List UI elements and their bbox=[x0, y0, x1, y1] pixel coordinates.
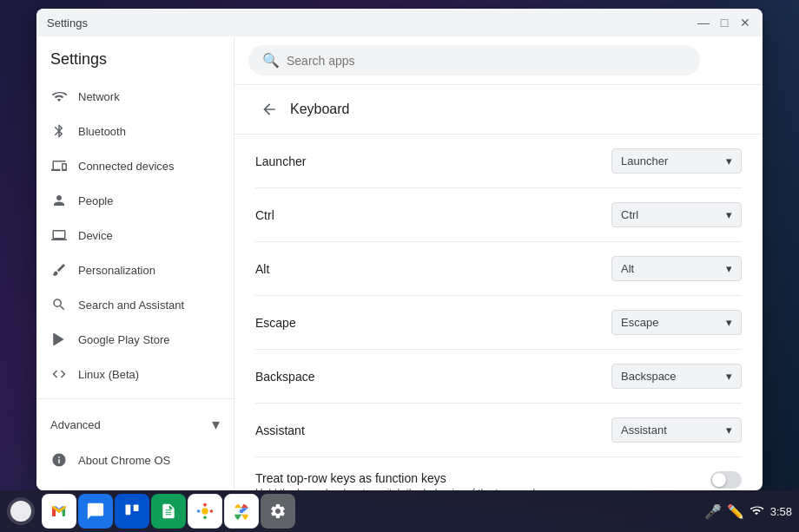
launcher-button[interactable] bbox=[7, 497, 35, 525]
settings-window: Settings — □ ✕ Settings Network Blu bbox=[36, 9, 763, 490]
sidebar-item-people[interactable]: People bbox=[36, 183, 227, 218]
backspace-chevron-icon: ▾ bbox=[726, 370, 732, 383]
taskbar-app-messages[interactable] bbox=[78, 494, 113, 529]
escape-label: Escape bbox=[255, 316, 296, 330]
alt-label: Alt bbox=[255, 262, 269, 276]
alt-chevron-icon: ▾ bbox=[726, 262, 732, 275]
close-button[interactable]: ✕ bbox=[738, 16, 752, 30]
sidebar-item-network[interactable]: Network bbox=[36, 79, 227, 114]
assistant-chevron-icon: ▾ bbox=[726, 424, 732, 437]
keyboard-settings: Launcher Launcher ▾ Ctrl Ctrl ▾ bbox=[234, 135, 763, 490]
taskbar-status-icons: 🎤 ✏️ bbox=[704, 503, 763, 520]
sidebar-item-search-assistant[interactable]: Search and Assistant bbox=[36, 287, 227, 322]
search-icon-inline: 🔍 bbox=[262, 52, 280, 69]
ctrl-label: Ctrl bbox=[255, 208, 274, 222]
person-icon bbox=[50, 192, 68, 209]
search-icon bbox=[50, 296, 68, 313]
taskbar-app-trello[interactable] bbox=[115, 494, 149, 529]
sidebar-item-linux[interactable]: Linux (Beta) bbox=[36, 357, 227, 391]
alt-dropdown[interactable]: Alt ▾ bbox=[611, 256, 742, 281]
back-button[interactable] bbox=[255, 95, 283, 123]
wifi-icon bbox=[50, 88, 68, 105]
sidebar-title: Settings bbox=[36, 43, 234, 79]
search-input[interactable] bbox=[287, 54, 686, 68]
main-content: 🔍 Keyboard Launcher Launcher ▾ bbox=[234, 36, 763, 490]
sidebar-item-about[interactable]: About Chrome OS bbox=[36, 443, 227, 477]
assistant-row: Assistant Assistant ▾ bbox=[255, 404, 742, 457]
escape-value: Escape bbox=[621, 316, 658, 329]
launcher-dropdown[interactable]: Launcher ▾ bbox=[611, 148, 742, 174]
mic-icon[interactable]: 🎤 bbox=[704, 503, 722, 520]
sidebar-item-device[interactable]: Device bbox=[36, 218, 227, 253]
sidebar-item-linux-label: Linux (Beta) bbox=[78, 368, 139, 381]
stylus-icon[interactable]: ✏️ bbox=[727, 503, 744, 520]
sidebar-item-personalization[interactable]: Personalization bbox=[36, 253, 227, 287]
search-area: 🔍 bbox=[234, 36, 763, 85]
taskbar-app-settings[interactable] bbox=[261, 494, 295, 529]
top-row-label-group: Treat top-row keys as function keys Hold… bbox=[255, 471, 554, 490]
assistant-dropdown[interactable]: Assistant ▾ bbox=[611, 417, 742, 443]
ctrl-row: Ctrl Ctrl ▾ bbox=[255, 188, 742, 242]
chevron-down-icon: ▾ bbox=[212, 415, 220, 434]
ctrl-value: Ctrl bbox=[621, 208, 638, 221]
launcher-icon bbox=[10, 501, 31, 522]
search-box[interactable]: 🔍 bbox=[248, 45, 700, 76]
taskbar-apps bbox=[42, 494, 295, 529]
alt-value: Alt bbox=[621, 262, 634, 275]
page-title: Keyboard bbox=[290, 102, 350, 117]
taskbar-app-photos[interactable] bbox=[188, 494, 222, 529]
taskbar-app-sheets[interactable] bbox=[151, 494, 186, 529]
titlebar: Settings — □ ✕ bbox=[36, 9, 763, 36]
sidebar-about-label: About Chrome OS bbox=[78, 454, 170, 467]
sidebar-item-google-play[interactable]: Google Play Store bbox=[36, 322, 227, 357]
taskbar-time: 3:58 bbox=[770, 505, 792, 518]
devices-icon bbox=[50, 157, 68, 174]
taskbar-app-chrome[interactable] bbox=[224, 494, 259, 529]
wifi-status-icon[interactable] bbox=[749, 503, 763, 520]
alt-row: Alt Alt ▾ bbox=[255, 242, 742, 296]
sidebar-item-network-label: Network bbox=[78, 90, 120, 103]
sidebar-advanced[interactable]: Advanced ▾ bbox=[36, 406, 234, 443]
backspace-dropdown[interactable]: Backspace ▾ bbox=[611, 364, 742, 389]
svg-rect-1 bbox=[134, 505, 139, 512]
backspace-label: Backspace bbox=[255, 370, 314, 384]
page-header: Keyboard bbox=[234, 85, 763, 135]
sidebar-item-bluetooth-label: Bluetooth bbox=[78, 125, 126, 138]
terminal-icon bbox=[50, 365, 68, 383]
sidebar-item-connected-label: Connected devices bbox=[78, 160, 175, 173]
launcher-label: Launcher bbox=[255, 154, 306, 168]
sidebar-item-play-label: Google Play Store bbox=[78, 333, 170, 346]
svg-point-2 bbox=[201, 508, 208, 514]
taskbar-app-gmail[interactable] bbox=[42, 494, 76, 529]
top-row-toggle-row: Treat top-row keys as function keys Hold… bbox=[255, 457, 742, 490]
escape-chevron-icon: ▾ bbox=[726, 316, 732, 329]
ctrl-chevron-icon: ▾ bbox=[726, 208, 732, 221]
sidebar-item-connected-devices[interactable]: Connected devices bbox=[36, 148, 227, 183]
window-title: Settings bbox=[47, 16, 88, 30]
play-icon bbox=[50, 331, 68, 348]
backspace-row: Backspace Backspace ▾ bbox=[255, 350, 742, 404]
sidebar-item-bluetooth[interactable]: Bluetooth bbox=[36, 114, 227, 148]
brush-icon bbox=[50, 261, 68, 279]
escape-row: Escape Escape ▾ bbox=[255, 296, 742, 350]
escape-dropdown[interactable]: Escape ▾ bbox=[611, 310, 742, 335]
launcher-row: Launcher Launcher ▾ bbox=[255, 135, 742, 188]
backspace-value: Backspace bbox=[621, 370, 677, 383]
sidebar-item-people-label: People bbox=[78, 194, 113, 207]
top-row-label: Treat top-row keys as function keys bbox=[255, 471, 554, 485]
window-body: Settings Network Bluetooth Con bbox=[36, 36, 763, 490]
ctrl-dropdown[interactable]: Ctrl ▾ bbox=[611, 202, 742, 227]
taskbar: 🎤 ✏️ 3:58 bbox=[0, 490, 799, 532]
advanced-label: Advanced bbox=[50, 418, 101, 431]
maximize-button[interactable]: □ bbox=[717, 16, 731, 30]
sidebar-item-search-label: Search and Assistant bbox=[78, 299, 184, 312]
bluetooth-icon bbox=[50, 122, 68, 140]
minimize-button[interactable]: — bbox=[697, 16, 710, 30]
info-icon bbox=[50, 451, 68, 469]
launcher-chevron-icon: ▾ bbox=[726, 154, 732, 167]
assistant-label: Assistant bbox=[255, 424, 305, 437]
top-row-toggle[interactable] bbox=[710, 471, 742, 489]
top-row-toggle-thumb bbox=[712, 473, 726, 487]
sidebar-divider bbox=[36, 398, 234, 399]
sidebar-item-device-label: Device bbox=[78, 229, 113, 242]
